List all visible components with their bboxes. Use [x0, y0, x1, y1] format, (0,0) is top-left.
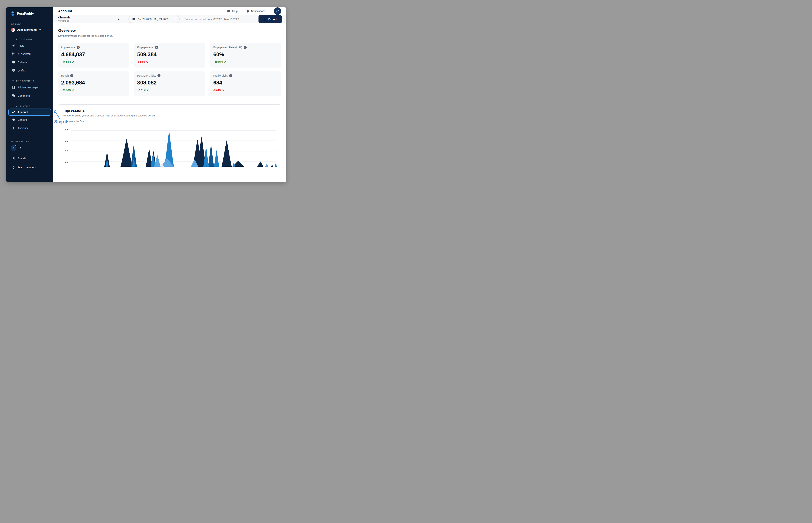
- date-range-picker[interactable]: Apr 22,2023 - May 21,2023: [128, 15, 180, 23]
- sidebar-item-team-members[interactable]: Team members: [6, 163, 53, 172]
- chart-title: Impressions: [62, 108, 277, 113]
- export-button[interactable]: Export: [258, 15, 282, 23]
- svg-text:15: 15: [65, 150, 68, 153]
- postpaddy-logo-icon: [11, 11, 15, 17]
- info-icon[interactable]: [70, 74, 73, 77]
- help-button[interactable]: Help: [227, 10, 238, 13]
- sidebar-item-audience[interactable]: Audience: [6, 124, 53, 132]
- building-icon: [12, 157, 15, 160]
- trend-up-icon: [12, 110, 15, 114]
- impressions-area-chart: 10152025: [62, 127, 277, 167]
- metric-card-engagements: Engagements 509,384 -2.23% ↘: [134, 43, 205, 68]
- nav-group-analytics[interactable]: ANALYTICS: [6, 105, 53, 107]
- metric-value: 684: [213, 79, 278, 86]
- metric-card-impressions: Impressions 4,684,837 +21.01% ↗: [58, 43, 129, 68]
- info-icon[interactable]: [243, 46, 247, 49]
- people-icon: [12, 166, 15, 169]
- chevron-down-icon: [117, 18, 120, 21]
- main-panel: Account Help Notifications: [53, 7, 286, 182]
- workspaces-section-label: WORKSPACES: [6, 140, 53, 143]
- draft-icon: [12, 69, 15, 72]
- metric-delta: -2.23% ↘: [137, 60, 202, 64]
- info-icon[interactable]: [229, 74, 232, 77]
- impressions-chart-card: Impressions Number of times your profile…: [58, 104, 281, 182]
- svg-text:25: 25: [65, 129, 68, 132]
- metric-delta: +8.31% ↗: [137, 89, 202, 92]
- workspace-switcher[interactable]: P: [11, 145, 53, 151]
- metric-value: 308,082: [137, 79, 202, 86]
- person-icon: [12, 126, 15, 130]
- filter-bar-middle: Apr 22,2023 - May 21,2023 Comparison per…: [124, 15, 254, 23]
- brand-avatar: [11, 28, 15, 32]
- chevron-right-icon[interactable]: [19, 147, 22, 149]
- download-icon: [264, 18, 266, 21]
- svg-text:10: 10: [65, 160, 68, 163]
- info-icon[interactable]: [77, 46, 80, 49]
- metric-delta: +23.33% ↗: [61, 89, 126, 92]
- chevron-down-icon: [12, 39, 14, 40]
- chevron-down-icon: [174, 18, 177, 20]
- calendar-icon: [12, 60, 15, 64]
- info-icon[interactable]: [155, 46, 158, 49]
- sidebar-item-account[interactable]: Account: [8, 109, 51, 116]
- stack-icon: [12, 118, 15, 122]
- help-chat-icon: [227, 10, 231, 13]
- sidebar-item-private-messages[interactable]: Private messages: [6, 83, 53, 92]
- metric-card-post-link-clicks: Post-Link Clicks 308,082 +8.31% ↗: [134, 71, 205, 96]
- info-icon[interactable]: [158, 74, 161, 77]
- sidebar-item-drafts[interactable]: Drafts: [6, 67, 53, 75]
- metric-cards: Impressions 4,684,837 +21.01% ↗ Engageme…: [58, 43, 281, 96]
- online-status-dot: [15, 145, 17, 147]
- sidebar: PostPaddy BRANDS Oone Marketing PUBLISHI…: [6, 7, 53, 182]
- chevron-down-icon: [39, 29, 41, 31]
- bell-icon: [246, 10, 250, 13]
- page-title: Account: [58, 9, 72, 13]
- overview-title: Overview: [58, 28, 281, 33]
- brand-selector-label: Oone Marketing: [17, 28, 37, 31]
- comparison-period-value: Apr 22,2023 - May 21,2023: [208, 18, 239, 20]
- overview-subtitle: Key performance metrics for the selected…: [58, 34, 281, 37]
- metric-delta: +12.23% ↗: [213, 60, 278, 64]
- chart-series-label: Impressions, by Day: [62, 120, 277, 123]
- sidebar-nav: PUBLISHING Posts AI assistant: [6, 33, 53, 132]
- sidebar-item-comments[interactable]: Comments: [6, 92, 53, 100]
- sidebar-item-ai-assistant[interactable]: AI assistant: [6, 50, 53, 58]
- calendar-icon: [132, 18, 135, 21]
- channels-dropdown[interactable]: Channels Viewing all: [53, 15, 124, 23]
- phone-icon: [12, 86, 15, 89]
- sidebar-item-brands[interactable]: Brands: [6, 154, 53, 163]
- metric-card-reach: Reach 2,093,684 +23.33% ↗: [58, 71, 129, 96]
- workspace-avatar[interactable]: P: [11, 145, 16, 151]
- app-logo: PostPaddy: [11, 11, 53, 17]
- metric-value: 509,384: [137, 51, 202, 58]
- filter-bar: Channels Viewing all Apr 22,2023 - May 2…: [53, 15, 286, 23]
- nav-group-engagement[interactable]: ENGAGEMENT: [6, 80, 53, 82]
- notifications-button[interactable]: Notifications: [246, 10, 266, 13]
- sidebar-item-calendar[interactable]: Calendar: [6, 58, 53, 67]
- comparison-period: Comparison period: Apr 22,2023 - May 21,…: [184, 18, 239, 20]
- brand-selector[interactable]: Oone Marketing: [11, 28, 53, 32]
- metric-delta: +21.01% ↗: [61, 60, 126, 64]
- sidebar-footer-nav: Brands Team members: [6, 154, 53, 172]
- metric-value: 4,684,837: [61, 51, 126, 58]
- comments-icon: [12, 94, 15, 97]
- sparkles-icon: [12, 52, 15, 56]
- content-area: Overview Key performance metrics for the…: [53, 23, 286, 182]
- metric-value: 60%: [213, 51, 278, 58]
- chevron-down-icon: [12, 80, 14, 82]
- app-window: PostPaddy BRANDS Oone Marketing PUBLISHI…: [6, 7, 286, 182]
- nav-group-publishing[interactable]: PUBLISHING: [6, 38, 53, 40]
- sidebar-item-content[interactable]: Content: [6, 116, 53, 124]
- chart-subtitle: Number of times your profile's content h…: [62, 114, 277, 117]
- metric-delta: -9.01% ↘: [213, 89, 278, 92]
- metric-card-engagement-rate: Engagement Rate (in %) 60% +12.23% ↗: [210, 43, 281, 68]
- comparison-period-label: Comparison period:: [184, 18, 207, 20]
- metric-value: 2,093,684: [61, 79, 126, 86]
- user-avatar[interactable]: ND: [274, 7, 281, 15]
- svg-text:20: 20: [65, 139, 68, 142]
- brand-title: PostPaddy: [17, 12, 34, 16]
- export-section: Export: [254, 15, 286, 23]
- brands-section-label: BRANDS: [6, 23, 53, 25]
- metric-card-profile-visits: Profile Visits 684 -9.01% ↘: [210, 71, 281, 96]
- sidebar-item-posts[interactable]: Posts: [6, 41, 53, 50]
